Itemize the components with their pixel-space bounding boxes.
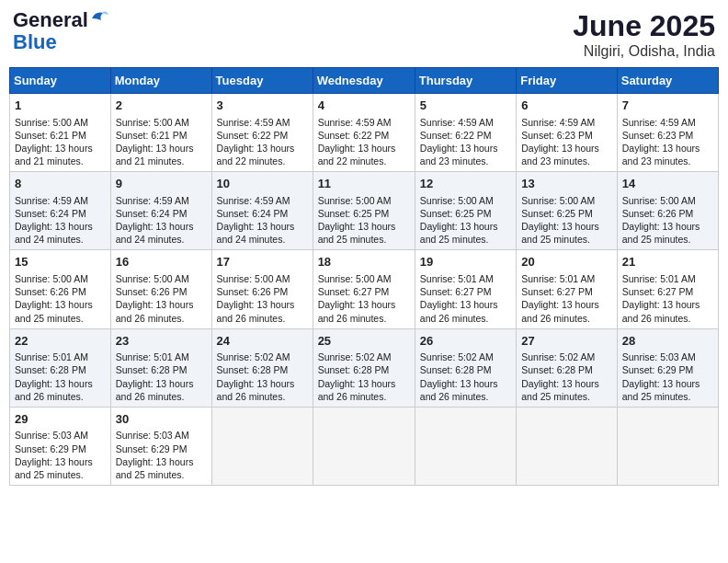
sunset-label: Sunset: 6:28 PM — [521, 364, 593, 375]
logo-blue: Blue — [13, 31, 57, 53]
day-number: 14 — [622, 176, 713, 192]
daylight-label: Daylight: 13 hours and 25 minutes. — [15, 456, 93, 480]
calendar-cell: 9Sunrise: 4:59 AMSunset: 6:24 PMDaylight… — [110, 172, 211, 250]
daylight-label: Daylight: 13 hours and 21 minutes. — [15, 143, 93, 167]
day-number: 30 — [116, 411, 207, 428]
daylight-label: Daylight: 13 hours and 26 minutes. — [217, 378, 295, 402]
calendar-cell: 27Sunrise: 5:02 AMSunset: 6:28 PMDayligh… — [517, 328, 618, 407]
logo-general: General — [13, 9, 88, 31]
day-number: 5 — [420, 98, 511, 114]
calendar-header-wednesday: Wednesday — [313, 68, 415, 94]
sunrise-label: Sunrise: 4:59 AM — [318, 117, 392, 128]
calendar-cell: 16Sunrise: 5:00 AMSunset: 6:26 PMDayligh… — [110, 250, 211, 328]
calendar-cell: 23Sunrise: 5:01 AMSunset: 6:28 PMDayligh… — [110, 328, 211, 407]
calendar-cell: 3Sunrise: 4:59 AMSunset: 6:22 PMDaylight… — [211, 94, 313, 172]
sunset-label: Sunset: 6:29 PM — [15, 443, 86, 454]
calendar-cell: 6Sunrise: 4:59 AMSunset: 6:23 PMDaylight… — [517, 94, 618, 172]
calendar-cell: 12Sunrise: 5:00 AMSunset: 6:25 PMDayligh… — [415, 172, 516, 250]
sunset-label: Sunset: 6:22 PM — [217, 130, 289, 141]
daylight-label: Daylight: 13 hours and 23 minutes. — [622, 143, 700, 167]
daylight-label: Daylight: 13 hours and 26 minutes. — [622, 299, 700, 323]
daylight-label: Daylight: 13 hours and 26 minutes. — [318, 299, 396, 323]
calendar-header-row: SundayMondayTuesdayWednesdayThursdayFrid… — [10, 68, 719, 94]
sunset-label: Sunset: 6:28 PM — [318, 364, 390, 375]
calendar-cell: 8Sunrise: 4:59 AMSunset: 6:24 PMDaylight… — [10, 172, 111, 250]
sunrise-label: Sunrise: 5:02 AM — [420, 351, 494, 362]
sunset-label: Sunset: 6:26 PM — [622, 208, 694, 219]
sunset-label: Sunset: 6:28 PM — [116, 364, 188, 375]
daylight-label: Daylight: 13 hours and 25 minutes. — [420, 221, 498, 245]
sunset-label: Sunset: 6:25 PM — [420, 208, 492, 219]
calendar-cell — [313, 407, 415, 485]
sunrise-label: Sunrise: 5:00 AM — [521, 195, 595, 206]
sunrise-label: Sunrise: 5:01 AM — [420, 273, 494, 284]
sunrise-label: Sunrise: 5:03 AM — [15, 430, 88, 441]
day-number: 4 — [318, 98, 410, 114]
day-number: 24 — [217, 333, 308, 350]
sunrise-label: Sunrise: 4:59 AM — [116, 195, 189, 206]
calendar-cell: 7Sunrise: 4:59 AMSunset: 6:23 PMDaylight… — [617, 94, 718, 172]
day-number: 15 — [15, 254, 106, 270]
sunset-label: Sunset: 6:23 PM — [521, 130, 593, 141]
day-number: 10 — [217, 176, 308, 192]
day-number: 1 — [15, 98, 106, 114]
sunrise-label: Sunrise: 5:02 AM — [217, 351, 290, 362]
sunrise-label: Sunrise: 4:59 AM — [217, 195, 290, 206]
day-number: 21 — [622, 254, 713, 270]
sunrise-label: Sunrise: 5:00 AM — [116, 117, 189, 128]
daylight-label: Daylight: 13 hours and 22 minutes. — [318, 143, 396, 167]
day-number: 18 — [318, 254, 410, 270]
daylight-label: Daylight: 13 hours and 21 minutes. — [116, 143, 194, 167]
sunset-label: Sunset: 6:27 PM — [521, 286, 593, 297]
daylight-label: Daylight: 13 hours and 25 minutes. — [318, 221, 396, 245]
sunset-label: Sunset: 6:27 PM — [622, 286, 694, 297]
daylight-label: Daylight: 13 hours and 23 minutes. — [521, 143, 599, 167]
daylight-label: Daylight: 13 hours and 25 minutes. — [116, 456, 194, 480]
calendar-week-row: 8Sunrise: 4:59 AMSunset: 6:24 PMDaylight… — [10, 172, 719, 250]
daylight-label: Daylight: 13 hours and 25 minutes. — [622, 378, 700, 402]
sunset-label: Sunset: 6:28 PM — [217, 364, 289, 375]
calendar-cell: 13Sunrise: 5:00 AMSunset: 6:25 PMDayligh… — [517, 172, 618, 250]
day-number: 12 — [420, 176, 511, 192]
daylight-label: Daylight: 13 hours and 22 minutes. — [217, 143, 295, 167]
daylight-label: Daylight: 13 hours and 26 minutes. — [15, 378, 93, 402]
calendar-cell: 19Sunrise: 5:01 AMSunset: 6:27 PMDayligh… — [415, 250, 516, 328]
calendar-week-row: 1Sunrise: 5:00 AMSunset: 6:21 PMDaylight… — [10, 94, 719, 172]
sunrise-label: Sunrise: 5:01 AM — [116, 351, 189, 362]
sunset-label: Sunset: 6:27 PM — [420, 286, 492, 297]
sunset-label: Sunset: 6:28 PM — [420, 364, 492, 375]
day-number: 22 — [15, 333, 106, 350]
daylight-label: Daylight: 13 hours and 25 minutes. — [521, 221, 599, 245]
sunset-label: Sunset: 6:27 PM — [318, 286, 390, 297]
day-number: 7 — [622, 98, 713, 114]
header: General Blue June 2025 Nilgiri, Odisha, … — [9, 9, 719, 60]
sunset-label: Sunset: 6:21 PM — [15, 130, 86, 141]
sunset-label: Sunset: 6:24 PM — [217, 208, 289, 219]
daylight-label: Daylight: 13 hours and 26 minutes. — [116, 299, 194, 323]
sunset-label: Sunset: 6:24 PM — [116, 208, 188, 219]
sunrise-label: Sunrise: 5:00 AM — [15, 273, 88, 284]
sunrise-label: Sunrise: 5:01 AM — [622, 273, 696, 284]
calendar-cell: 25Sunrise: 5:02 AMSunset: 6:28 PMDayligh… — [313, 328, 415, 407]
sunrise-label: Sunrise: 5:02 AM — [521, 351, 595, 362]
sunset-label: Sunset: 6:25 PM — [521, 208, 593, 219]
sunrise-label: Sunrise: 5:03 AM — [116, 430, 189, 441]
calendar-header-sunday: Sunday — [10, 68, 111, 94]
daylight-label: Daylight: 13 hours and 24 minutes. — [217, 221, 295, 245]
sunrise-label: Sunrise: 5:00 AM — [116, 273, 189, 284]
calendar-cell: 11Sunrise: 5:00 AMSunset: 6:25 PMDayligh… — [313, 172, 415, 250]
day-number: 16 — [116, 254, 207, 270]
sunrise-label: Sunrise: 4:59 AM — [420, 117, 494, 128]
logo-bird-icon — [90, 9, 110, 28]
daylight-label: Daylight: 13 hours and 26 minutes. — [217, 299, 295, 323]
sunrise-label: Sunrise: 5:01 AM — [521, 273, 595, 284]
day-number: 6 — [521, 98, 612, 114]
calendar-cell: 4Sunrise: 4:59 AMSunset: 6:22 PMDaylight… — [313, 94, 415, 172]
calendar-cell: 22Sunrise: 5:01 AMSunset: 6:28 PMDayligh… — [10, 328, 111, 407]
title-location: Nilgiri, Odisha, India — [573, 43, 715, 60]
calendar-header-thursday: Thursday — [415, 68, 516, 94]
daylight-label: Daylight: 13 hours and 25 minutes. — [622, 221, 700, 245]
sunrise-label: Sunrise: 4:59 AM — [622, 117, 696, 128]
day-number: 9 — [116, 176, 207, 192]
calendar-header-tuesday: Tuesday — [211, 68, 313, 94]
